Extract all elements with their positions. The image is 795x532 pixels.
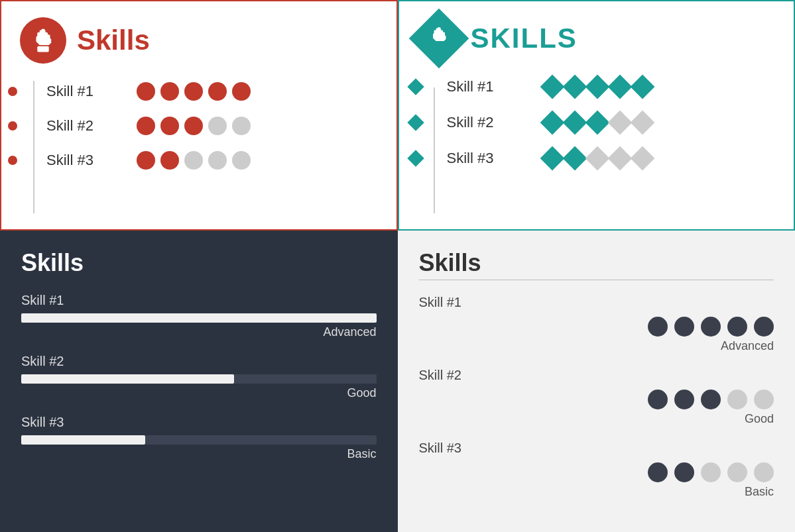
- quadrant-1-red-circles: Skills Skill #1Skill #2Skill #3: [0, 0, 398, 231]
- q2-icon: [408, 9, 469, 69]
- filled-circle: [160, 117, 179, 135]
- q4-skill-block: Skill #1Advanced: [419, 295, 774, 353]
- q3-bar-background: [21, 313, 377, 323]
- q1-skill-row: Skill #3: [20, 151, 378, 170]
- q2-skills-container: Skill #1Skill #2Skill #3: [418, 78, 776, 167]
- empty-diamond: [607, 146, 632, 171]
- q1-skill-row: Skill #2: [20, 117, 378, 135]
- dark-filled-circle: [674, 317, 694, 337]
- q4-skills-container: Skill #1AdvancedSkill #2GoodSkill #3Basi…: [419, 295, 774, 499]
- q4-skill-name: Skill #2: [419, 368, 774, 383]
- filled-circle: [184, 82, 203, 101]
- q3-bar-fill: [21, 313, 377, 323]
- q4-divider: [419, 280, 774, 280]
- filled-diamond: [540, 75, 564, 99]
- q4-skill-block: Skill #2Good: [419, 368, 774, 426]
- q1-timeline-dot: [8, 87, 17, 96]
- q3-bar-background: [21, 374, 377, 384]
- filled-diamond: [562, 146, 587, 171]
- q3-skill-block: Skill #2Good: [21, 354, 377, 400]
- dark-filled-circle: [701, 390, 721, 409]
- q4-dot-label: Basic: [419, 485, 774, 499]
- filled-diamond: [630, 75, 654, 99]
- q1-skill-row: Skill #1: [20, 82, 378, 101]
- empty-circle: [232, 151, 251, 170]
- q4-skill-name: Skill #3: [419, 441, 774, 456]
- quadrant-2-teal-diamonds: SKILLS Skill #1Skill #2Skill #3: [398, 0, 796, 231]
- filled-diamond: [540, 111, 564, 135]
- empty-circle: [232, 117, 251, 135]
- q1-skills-container: Skill #1Skill #2Skill #3: [20, 82, 378, 170]
- empty-circle: [184, 151, 203, 170]
- empty-diamond: [630, 111, 654, 135]
- q1-skill-circles: [137, 151, 251, 170]
- q3-skill-name: Skill #3: [21, 415, 377, 430]
- dark-empty-circle: [701, 462, 721, 482]
- svg-rect-0: [37, 46, 49, 52]
- dark-empty-circle: [727, 462, 747, 482]
- q1-skill-name: Skill #3: [46, 152, 126, 169]
- filled-circle: [184, 117, 203, 135]
- dark-filled-circle: [701, 317, 721, 337]
- filled-diamond: [562, 75, 587, 99]
- empty-diamond: [585, 146, 609, 171]
- q3-bar-background: [21, 435, 377, 445]
- filled-diamond: [607, 75, 632, 99]
- q1-timeline: [33, 81, 34, 213]
- empty-diamond: [630, 146, 654, 171]
- q3-bar-label: Basic: [21, 447, 377, 461]
- q4-skill-dots: [419, 390, 774, 409]
- dark-filled-circle: [648, 390, 668, 409]
- q1-icon: [20, 17, 66, 64]
- empty-circle: [208, 151, 227, 170]
- q3-bar-label: Good: [21, 386, 377, 400]
- q4-skill-name: Skill #1: [419, 295, 774, 310]
- filled-circle: [232, 82, 251, 101]
- q2-skill-diamonds: [544, 150, 651, 167]
- q2-skill-row: Skill #1: [418, 78, 776, 95]
- q1-skill-circles: [137, 117, 251, 135]
- filled-circle: [160, 151, 179, 170]
- q1-header: Skills: [20, 17, 378, 64]
- filled-diamond: [585, 111, 609, 135]
- q2-timeline-diamond: [407, 114, 424, 131]
- q2-skill-row: Skill #2: [418, 114, 776, 131]
- q3-skill-block: Skill #3Basic: [21, 415, 377, 461]
- filled-diamond: [585, 75, 609, 99]
- q2-skill-row: Skill #3: [418, 150, 776, 167]
- dark-empty-circle: [754, 462, 774, 482]
- q3-skill-block: Skill #1Advanced: [21, 293, 377, 339]
- filled-circle: [208, 82, 227, 101]
- q4-dot-label: Advanced: [419, 339, 774, 353]
- q2-skill-name: Skill #1: [447, 78, 533, 95]
- q3-title: Skills: [21, 249, 377, 277]
- dark-filled-circle: [648, 317, 668, 337]
- filled-diamond: [540, 146, 564, 171]
- q2-skill-diamonds: [544, 78, 651, 95]
- dark-filled-circle: [674, 462, 694, 482]
- filled-circle: [160, 82, 179, 101]
- q3-bar-fill: [21, 374, 234, 384]
- q1-skill-circles: [137, 82, 251, 101]
- q1-timeline-dot: [8, 156, 17, 165]
- filled-circle: [137, 82, 155, 101]
- quadrant-4-light-dots: Skills Skill #1AdvancedSkill #2GoodSkill…: [398, 231, 796, 532]
- dark-empty-circle: [754, 390, 774, 409]
- q4-skill-block: Skill #3Basic: [419, 441, 774, 499]
- q3-bar-label: Advanced: [21, 325, 377, 339]
- q1-title: Skills: [77, 25, 150, 56]
- q2-skill-diamonds: [544, 114, 651, 131]
- q1-timeline-dot: [8, 121, 17, 131]
- q2-timeline-diamond: [407, 150, 424, 166]
- quadrant-3-dark-bars: Skills Skill #1AdvancedSkill #2GoodSkill…: [0, 231, 398, 532]
- dark-filled-circle: [648, 462, 668, 482]
- dark-filled-circle: [727, 317, 747, 337]
- dark-filled-circle: [674, 390, 694, 409]
- q2-timeline-diamond: [407, 78, 424, 95]
- filled-diamond: [562, 111, 587, 135]
- q3-skill-name: Skill #1: [21, 293, 377, 308]
- empty-diamond: [607, 111, 632, 135]
- q2-skill-name: Skill #2: [447, 114, 533, 131]
- q3-skill-name: Skill #2: [21, 354, 377, 369]
- q4-dot-label: Good: [419, 412, 774, 426]
